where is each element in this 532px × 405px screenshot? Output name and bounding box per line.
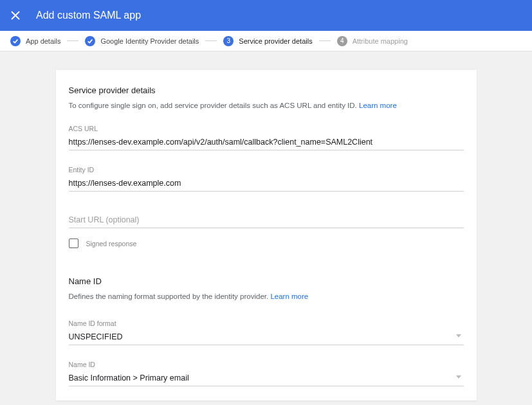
topbar: Add custom SAML app (0, 0, 532, 31)
section-heading-nameid: Name ID (69, 276, 464, 286)
field-nameid-format: Name ID format (69, 320, 464, 345)
page-title: Add custom SAML app (36, 10, 141, 21)
signed-response-label: Signed response (86, 240, 137, 248)
field-entity-id: Entity ID (69, 166, 464, 192)
section-heading-sp: Service provider details (69, 86, 464, 95)
step-separator (319, 40, 331, 41)
acs-url-input[interactable] (69, 136, 464, 150)
step-google-idp-details[interactable]: Google Identity Provider details (85, 36, 199, 46)
field-label: Entity ID (69, 166, 464, 174)
step-separator (67, 40, 78, 41)
section-description-sp: To configure single sign on, add service… (69, 102, 464, 109)
step-label: Service provider details (239, 37, 312, 45)
signed-response-checkbox[interactable] (69, 239, 78, 248)
start-url-input[interactable] (69, 213, 464, 228)
step-separator (205, 40, 217, 41)
step-label: Google Identity Provider details (100, 37, 199, 45)
section-description-nameid: Defines the naming format supported by t… (69, 292, 464, 300)
close-icon[interactable] (10, 10, 21, 21)
learn-more-link[interactable]: Learn more (359, 102, 397, 109)
entity-id-input[interactable] (69, 177, 464, 192)
step-app-details[interactable]: App details (10, 36, 60, 46)
field-nameid: Name ID (69, 361, 464, 386)
form-card: Service provider details To configure si… (56, 70, 477, 401)
nameid-format-select[interactable] (69, 330, 464, 345)
field-label: Name ID (69, 361, 464, 368)
field-acs-url: ACS URL (69, 125, 464, 150)
field-start-url (69, 213, 464, 228)
nameid-select[interactable] (69, 372, 464, 386)
step-number-icon: 3 (223, 36, 234, 46)
field-label: Name ID format (69, 320, 464, 327)
check-icon (10, 36, 21, 46)
learn-more-link[interactable]: Learn more (270, 292, 308, 300)
step-attribute-mapping: 4 Attribute mapping (337, 36, 408, 46)
stepper: App details Google Identity Provider det… (0, 31, 532, 51)
field-label: ACS URL (69, 125, 464, 132)
step-label: App details (26, 37, 60, 45)
step-service-provider-details[interactable]: 3 Service provider details (223, 36, 312, 46)
check-icon (85, 36, 95, 46)
step-label: Attribute mapping (353, 37, 408, 45)
step-number-icon: 4 (337, 36, 347, 46)
signed-response-row: Signed response (69, 239, 464, 248)
